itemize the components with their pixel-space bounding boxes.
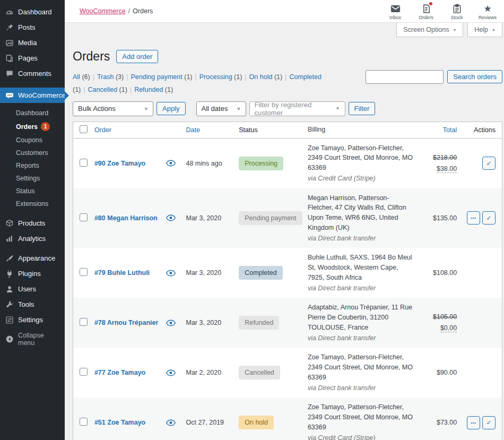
bulk-actions-select[interactable]: Bulk Actions ∨ xyxy=(73,101,153,116)
media-icon xyxy=(5,38,14,47)
sidebar-item-pages[interactable]: Pages xyxy=(0,50,65,66)
activity-tab-stock[interactable]: Stock xyxy=(441,1,472,21)
table-header-row: Order Date Status Billing Total Actions xyxy=(73,122,502,139)
sidebar-item-comments[interactable]: Comments xyxy=(0,66,65,81)
row-checkbox[interactable] xyxy=(80,418,88,426)
row-checkbox[interactable] xyxy=(80,318,88,326)
row-checkbox[interactable] xyxy=(80,213,88,221)
order-link[interactable]: #80 Megan Harrison xyxy=(94,214,158,222)
preview-eye-icon[interactable] xyxy=(166,214,176,221)
submenu-item-customers[interactable]: Customers xyxy=(0,146,65,159)
filter-count: (3) xyxy=(116,73,124,81)
submenu-item-status[interactable]: Status xyxy=(0,185,65,197)
breadcrumb-woocommerce-link[interactable]: WooCommerce xyxy=(80,7,126,15)
submenu-item-orders[interactable]: Orders 1 xyxy=(0,119,65,134)
order-link[interactable]: #78 Arnou Trépanier xyxy=(94,319,158,326)
payment-method: via Credit Card (Stripe) xyxy=(308,433,413,440)
search-orders-input[interactable] xyxy=(366,70,444,84)
order-date: Mar 2, 2020 xyxy=(186,369,239,376)
sidebar-item-plugins[interactable]: Plugins xyxy=(0,266,65,281)
apply-button[interactable]: Apply xyxy=(157,102,186,115)
order-total: $73.00 xyxy=(413,419,462,426)
screen-meta-tabs: Screen Options ▼ Help ▼ xyxy=(65,23,504,39)
preview-eye-icon[interactable] xyxy=(166,320,176,326)
check-icon: ✓ xyxy=(486,160,491,167)
payment-method: via Direct bank transfer xyxy=(308,234,413,244)
sidebar-item-media[interactable]: Media xyxy=(0,35,65,50)
original-total: $218.00 xyxy=(413,154,457,161)
row-checkbox[interactable] xyxy=(80,159,88,167)
users-icon xyxy=(5,284,14,294)
submenu-item-extensions[interactable]: Extensions xyxy=(0,197,65,210)
sidebar-item-dashboard[interactable]: Dashboard xyxy=(0,4,65,20)
customer-filter-placeholder: Filter by registered customer xyxy=(255,101,336,117)
filter-link-cancelled[interactable]: Cancelled xyxy=(88,86,118,93)
help-tab[interactable]: Help ▼ xyxy=(467,23,502,37)
complete-action-button[interactable]: ✓ xyxy=(482,157,496,170)
menu-separator xyxy=(0,246,65,251)
sidebar-item-label: Appearance xyxy=(18,254,55,262)
sidebar-item-label: WooCommerce xyxy=(18,91,66,99)
preview-eye-icon[interactable] xyxy=(166,270,176,277)
sidebar-item-label: Settings xyxy=(18,316,43,324)
sidebar-item-posts[interactable]: Posts xyxy=(0,20,65,35)
status-badge: On hold xyxy=(239,416,274,429)
status-badge: Completed xyxy=(239,266,282,280)
pages-icon xyxy=(5,54,14,63)
sidebar-item-woocommerce[interactable]: WooCommerce xyxy=(0,88,65,103)
activity-tab-label: Orders xyxy=(419,15,433,20)
filter-link-processing[interactable]: Processing xyxy=(199,73,232,81)
sidebar-item-products[interactable]: Products xyxy=(0,215,65,231)
sidebar-item-analytics[interactable]: Analytics xyxy=(0,231,65,246)
complete-action-button[interactable]: ✓ xyxy=(482,416,496,429)
filter-link-refunded[interactable]: Refunded xyxy=(134,86,163,93)
billing-address: Zoe Tamayo, Patterson-Fletcher, 2349 Cou… xyxy=(308,352,413,382)
filter-link-trash[interactable]: Trash xyxy=(97,73,114,81)
filter-count: (1) xyxy=(119,86,127,93)
activity-tab-reviews[interactable]: ★ Reviews xyxy=(472,1,503,21)
sidebar-item-tools[interactable]: Tools xyxy=(0,297,65,312)
filter-link-pending[interactable]: Pending payment xyxy=(131,73,182,81)
collapse-menu-button[interactable]: Collapse menu xyxy=(0,329,65,350)
sidebar-item-appearance[interactable]: Appearance xyxy=(0,251,65,266)
filter-button[interactable]: Filter xyxy=(349,102,376,115)
filter-link-all[interactable]: All xyxy=(73,73,80,81)
activity-tab-orders[interactable]: Orders xyxy=(411,1,441,21)
sidebar-item-label: Media xyxy=(18,39,37,47)
activity-tab-inbox[interactable]: Inbox xyxy=(380,1,411,21)
settings-icon xyxy=(5,315,14,324)
order-link[interactable]: #51 Zoe Tamayo xyxy=(94,419,145,426)
select-all-checkbox[interactable] xyxy=(80,125,88,133)
order-link[interactable]: #79 Buhle Luthuli xyxy=(94,269,150,277)
processing-action-button[interactable]: ••• xyxy=(467,416,480,429)
submenu-item-settings[interactable]: Settings xyxy=(0,172,65,185)
row-checkbox[interactable] xyxy=(80,368,88,376)
submenu-item-dashboard[interactable]: Dashboard xyxy=(0,107,65,119)
activity-tab-label: Inbox xyxy=(389,15,401,20)
complete-action-button[interactable]: ✓ xyxy=(482,211,496,225)
filter-link-completed[interactable]: Completed xyxy=(289,73,321,81)
customer-filter-select[interactable]: Filter by registered customer ▼ xyxy=(249,101,345,116)
sort-by-order[interactable]: Order xyxy=(94,126,111,134)
submenu-item-reports[interactable]: Reports xyxy=(0,159,65,172)
row-checkbox[interactable] xyxy=(80,268,88,276)
processing-action-button[interactable]: ••• xyxy=(467,211,480,225)
add-order-button[interactable]: Add order xyxy=(116,50,158,63)
sort-by-date[interactable]: Date xyxy=(186,126,199,134)
search-orders-button[interactable]: Search orders xyxy=(447,70,502,83)
preview-eye-icon[interactable] xyxy=(166,369,176,376)
sidebar-item-settings[interactable]: Settings xyxy=(0,312,65,327)
order-link[interactable]: #77 Zoe Tamayo xyxy=(94,369,145,376)
sidebar-item-label: Pages xyxy=(18,54,38,62)
appearance-icon xyxy=(5,254,14,263)
preview-eye-icon[interactable] xyxy=(166,419,176,426)
filter-link-onhold[interactable]: On hold xyxy=(249,73,273,81)
date-filter-select[interactable]: All dates ∨ xyxy=(196,101,246,116)
sidebar-item-users[interactable]: Users xyxy=(0,281,65,297)
sort-by-total[interactable]: Total xyxy=(443,126,457,134)
activity-tab-label: Stock xyxy=(451,15,463,20)
preview-eye-icon[interactable] xyxy=(166,160,176,167)
order-link[interactable]: #90 Zoe Tamayo xyxy=(94,160,145,167)
screen-options-tab[interactable]: Screen Options ▼ xyxy=(396,23,463,37)
submenu-item-coupons[interactable]: Coupons xyxy=(0,134,65,146)
